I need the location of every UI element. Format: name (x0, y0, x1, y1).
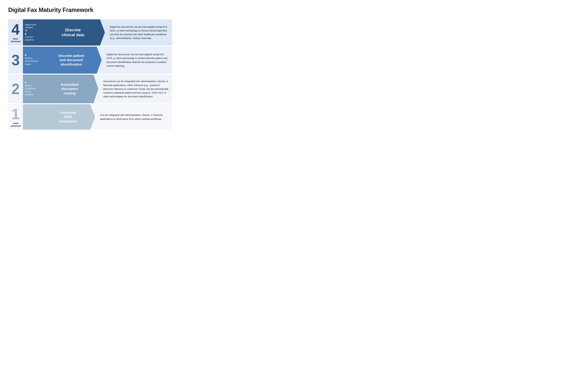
level-row-4: 4 Mostadvanced Highest level validated ▼… (8, 19, 172, 45)
level-number-4: 4 (12, 22, 20, 37)
level-number-2: 2 (12, 82, 20, 96)
desc-text-3: Digital fax documents can be interrogate… (107, 53, 169, 68)
arrow-label-wrap-1: OutboundEHRintegration (44, 104, 95, 130)
arrow-label-3: Discrete patientand documentidentificati… (44, 46, 102, 74)
arrow-label-wrap-4: Discreteclinical data (44, 19, 105, 45)
level-row-3: 3 Retarus,Vyne Medical,Updox Discrete pa… (8, 46, 172, 74)
level-number-col-1: 1 Leastadvanced (8, 104, 23, 130)
level-row-2: 2 Biscom,ConsensusCloudSolutions Automat… (8, 75, 172, 103)
level-number-3: 3 (12, 53, 20, 68)
arrow-label-4: Discreteclinical data (44, 19, 105, 45)
vendors-text-2: Biscom,ConsensusCloudSolutions (25, 84, 43, 96)
level-middle-2: Biscom,ConsensusCloudSolutions Automated… (23, 75, 98, 103)
arrow-label-2: Automateddocumentrouting (44, 75, 98, 103)
level-label-4: Mostadvanced (11, 38, 20, 42)
level-number-col-2: 2 (8, 75, 23, 103)
level-desc-1: Can be integrated with administrative, c… (95, 104, 172, 130)
vendors-col-2: Biscom,ConsensusCloudSolutions (23, 75, 44, 103)
arrow-label-wrap-3: Discrete patientand documentidentificati… (44, 46, 102, 74)
level-row-1: 1 Leastadvanced OutboundEHRintegration C… (8, 104, 172, 130)
dot-2 (25, 82, 26, 83)
validated-arrow-4: ▼ (25, 29, 28, 32)
vendors-text-3: Retarus,Vyne Medical,Updox (25, 57, 43, 66)
vendors-col-4: Highest level validated ▼ ConcordetherFA… (23, 19, 44, 45)
desc-text-4: Digital fax documents can be interrogate… (110, 25, 169, 40)
validated-area-4: Highest level validated ▼ (25, 23, 43, 33)
arrow-label-1: OutboundEHRintegration (44, 104, 95, 130)
desc-text-1: Can be integrated with administrative, c… (100, 113, 169, 121)
validated-text-4: Highest level validated (25, 23, 43, 29)
arrow-label-wrap-2: Automateddocumentrouting (44, 75, 98, 103)
vendors-col-3: Retarus,Vyne Medical,Updox (23, 46, 44, 74)
level-desc-2: Documents can be integrated into adminis… (98, 75, 172, 103)
desc-text-2: Documents can be integrated into adminis… (103, 79, 169, 98)
vendors-text-4: ConcordetherFAX (25, 36, 43, 42)
level-number-col-3: 3 (8, 46, 23, 74)
dot-4 (25, 33, 26, 35)
vendors-col-1 (23, 104, 44, 130)
level-middle-4: Highest level validated ▼ ConcordetherFA… (23, 19, 105, 45)
level-label-1: Leastadvanced (11, 122, 20, 127)
level-middle-3: Retarus,Vyne Medical,Updox Discrete pati… (23, 46, 102, 74)
level-number-1: 1 (12, 107, 20, 121)
framework-container: 4 Mostadvanced Highest level validated ▼… (8, 19, 172, 131)
dot-3 (25, 55, 26, 56)
level-middle-1: OutboundEHRintegration (23, 104, 95, 130)
level-number-col-4: 4 Mostadvanced (8, 19, 23, 45)
level-desc-3: Digital fax documents can be interrogate… (102, 46, 172, 74)
page-title: Digital Fax Maturity Framework (8, 7, 172, 14)
level-desc-4: Digital fax documents can be interrogate… (105, 19, 172, 45)
